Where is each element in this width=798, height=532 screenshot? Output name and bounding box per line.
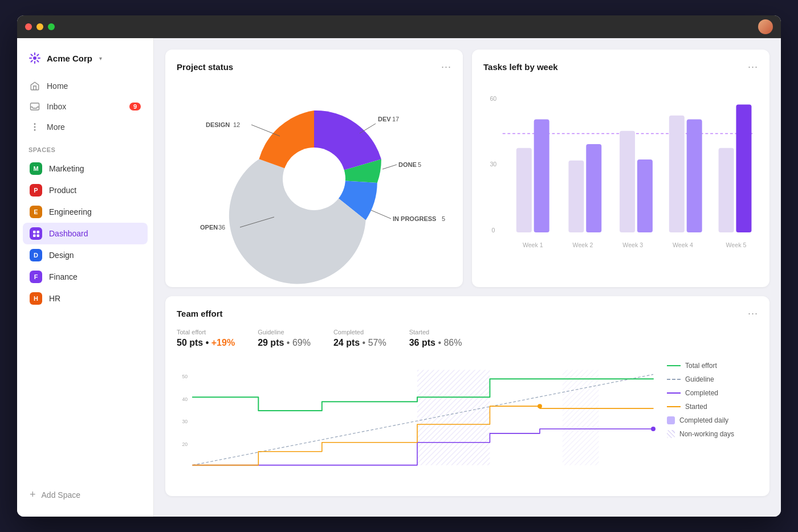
svg-text:36: 36 [218, 224, 225, 231]
sidebar-item-home[interactable]: Home [23, 76, 148, 96]
sidebar-item-product[interactable]: P Product [23, 179, 148, 201]
completed-daily-legend-label: Completed daily [679, 416, 728, 424]
svg-line-18 [360, 124, 376, 133]
bar [687, 120, 702, 233]
svg-text:Week 5: Week 5 [726, 242, 747, 248]
bar [736, 105, 751, 233]
hr-label: HR [49, 294, 60, 303]
sidebar-item-design[interactable]: D Design [23, 244, 148, 266]
maximize-button[interactable] [48, 23, 55, 30]
effort-stat-total: Total effort 50 pts • +19% [177, 329, 235, 348]
tasks-week-menu[interactable]: ··· [748, 61, 758, 73]
svg-text:12: 12 [233, 121, 240, 128]
svg-text:17: 17 [392, 116, 399, 122]
svg-text:DEV: DEV [378, 116, 391, 122]
svg-point-51 [538, 404, 542, 408]
sidebar-item-engineering[interactable]: E Engineering [23, 201, 148, 223]
svg-text:Week 3: Week 3 [622, 242, 643, 248]
titlebar [17, 15, 781, 38]
legend-total-effort: Total effort [667, 362, 758, 370]
user-avatar[interactable] [758, 19, 773, 34]
started-legend-icon [667, 406, 681, 407]
tasks-week-header: Tasks left by week ··· [483, 61, 758, 73]
product-dot: P [30, 184, 42, 197]
svg-rect-44 [563, 370, 599, 465]
guideline-legend-label: Guideline [685, 375, 714, 383]
svg-text:50: 50 [182, 374, 188, 379]
home-label: Home [47, 81, 68, 91]
svg-text:60: 60 [490, 95, 496, 102]
sidebar-item-more[interactable]: More [23, 117, 148, 137]
started-value: 36 pts • 86% [409, 338, 462, 348]
svg-text:Week 1: Week 1 [523, 242, 543, 248]
charts-row: Project status ··· [165, 50, 769, 287]
more-label: More [47, 122, 65, 132]
app-body: Acme Corp ▾ Home Inbox 9 [17, 38, 781, 517]
line-chart-area: 50 40 30 20 [177, 357, 758, 485]
spaces-title: Spaces [17, 137, 153, 158]
pie-chart: DEV 17 DONE 5 IN PROGRESS 5 [194, 91, 434, 267]
team-effort-header: Team effort ··· [177, 308, 758, 320]
inbox-icon [30, 101, 40, 112]
svg-rect-13 [33, 231, 36, 234]
svg-point-17 [283, 148, 345, 210]
more-icon [30, 122, 40, 132]
total-effort-label: Total effort [177, 329, 235, 335]
svg-point-0 [33, 56, 36, 60]
effort-stat-completed: Completed 24 pts • 57% [333, 329, 386, 348]
finance-dot: F [30, 271, 42, 283]
guideline-label: Guideline [258, 329, 311, 335]
total-effort-value: 50 pts • +19% [177, 338, 235, 348]
minimize-button[interactable] [36, 23, 43, 30]
svg-line-8 [31, 60, 32, 62]
started-legend-label: Started [685, 403, 707, 411]
total-effort-legend-icon [667, 365, 681, 366]
team-effort-menu[interactable]: ··· [748, 308, 758, 320]
svg-line-7 [37, 55, 38, 56]
svg-rect-9 [31, 103, 39, 110]
add-space-button[interactable]: + Add Space [23, 484, 148, 505]
svg-point-11 [34, 124, 35, 125]
svg-rect-16 [36, 234, 39, 237]
completed-legend-icon [667, 392, 681, 394]
design-label: Design [49, 251, 74, 260]
sidebar-item-dashboard[interactable]: Dashboard [23, 223, 148, 244]
svg-text:30: 30 [182, 419, 188, 424]
product-label: Product [49, 186, 76, 195]
bar [719, 148, 734, 232]
svg-text:30: 30 [490, 161, 496, 167]
bar [516, 148, 532, 232]
svg-point-12 [34, 130, 35, 131]
bar-chart: 60 30 0 [483, 82, 758, 276]
brand-button[interactable]: Acme Corp ▾ [17, 47, 153, 76]
bar [534, 120, 549, 233]
svg-line-24 [371, 210, 391, 219]
sidebar-item-hr[interactable]: H HR [23, 288, 148, 309]
sidebar-item-inbox[interactable]: Inbox 9 [23, 96, 148, 117]
bar [620, 131, 635, 232]
close-button[interactable] [25, 23, 32, 30]
line-chart-svg: 50 40 30 20 [177, 357, 658, 482]
project-status-menu[interactable]: ··· [441, 61, 451, 73]
svg-text:Week 4: Week 4 [673, 242, 693, 248]
svg-rect-14 [36, 231, 39, 234]
non-working-legend-label: Non-working days [679, 430, 734, 438]
svg-rect-43 [417, 370, 490, 465]
svg-point-50 [651, 427, 656, 431]
svg-line-5 [31, 55, 32, 56]
engineering-dot: E [30, 206, 42, 218]
bar [637, 159, 653, 232]
tasks-week-title: Tasks left by week [483, 62, 558, 72]
team-effort-title: Team effort [177, 309, 223, 318]
completed-daily-legend-icon [667, 416, 675, 424]
svg-text:40: 40 [182, 396, 188, 402]
legend-guideline: Guideline [667, 375, 758, 383]
svg-text:Week 2: Week 2 [573, 242, 593, 248]
hr-dot: H [30, 292, 42, 305]
app-window: Acme Corp ▾ Home Inbox 9 [17, 15, 781, 517]
sidebar-item-finance[interactable]: F Finance [23, 266, 148, 288]
svg-text:5: 5 [442, 215, 445, 222]
line-chart-svg-wrap: 50 40 30 20 [177, 357, 658, 485]
sidebar-item-marketing[interactable]: M Marketing [23, 158, 148, 179]
guideline-value: 29 pts • 69% [258, 338, 311, 348]
